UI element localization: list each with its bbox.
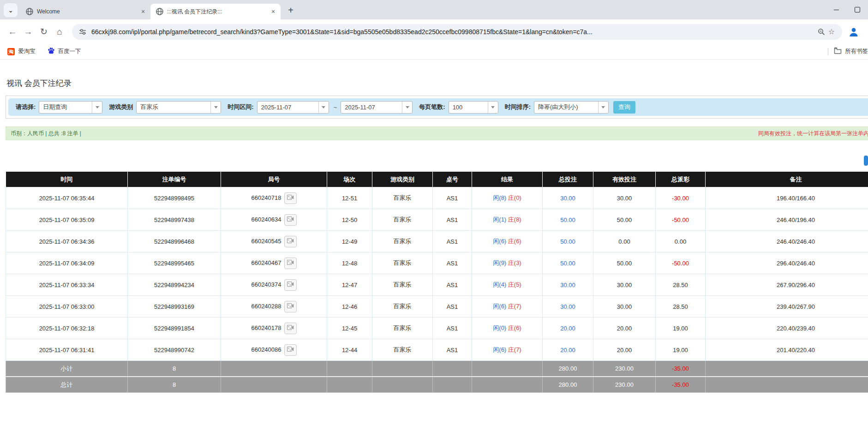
filter-panel: 请选择: 日期查询 游戏类别 百家乐 时间区间: 2025-11-07 ~ 20… [6,96,868,119]
browser-tab-betrecord[interactable]: :::视讯 会员下注纪录::: × [150,4,281,19]
profile-avatar[interactable] [847,25,861,39]
cell-valid-bet: 20.00 [593,318,656,339]
footer-count: 8 [128,377,221,393]
forward-button[interactable]: → [20,24,36,40]
result-player: 闲(6) [493,238,506,245]
column-header: 备注 [706,172,868,187]
close-icon[interactable]: × [139,8,147,15]
column-header: 场次 [327,172,372,187]
video-replay-icon[interactable] [284,214,297,226]
column-header: 游戏类别 [372,172,433,187]
result-banker: 庄(7) [508,303,521,310]
cell-result: 闲(8) 庄(0) [472,187,543,209]
maximize-button[interactable] [847,0,868,19]
total-bet-link[interactable]: 30.00 [560,282,575,288]
site-settings-icon[interactable] [78,27,88,37]
cell-table: AS1 [433,252,472,274]
scrollbar-thumb[interactable] [864,156,868,166]
cell-total-bet: 30.00 [543,296,593,318]
cell-remark: 201.40/220.40 [706,339,868,361]
total-bet-link[interactable]: 30.00 [560,195,575,202]
bookmark-baidu[interactable]: 百度一下 [48,47,81,56]
cell-table: AS1 [433,339,472,361]
maximize-icon [855,7,860,12]
total-bet-link[interactable]: 50.00 [560,216,575,223]
total-bet-link[interactable]: 20.00 [560,347,575,354]
cell-time: 2025-11-07 06:35:44 [6,187,128,209]
tab-search-button[interactable]: ⌄ [4,3,18,17]
column-header: 有效投注 [593,172,656,187]
cell-result: 闲(9) 庄(3) [472,252,543,274]
table-row: 2025-11-07 06:32:18522948991854660240178… [6,318,868,339]
back-button[interactable]: ← [5,24,20,40]
new-tab-button[interactable]: + [284,4,297,17]
bet-table-body: 2025-11-07 06:35:44522948998495660240718… [6,187,868,361]
sort-select[interactable]: 降幂(由大到小) [534,101,609,114]
query-type-select[interactable]: 日期查询 [39,101,102,114]
cell-payout: 28.50 [656,296,706,318]
cell-game: 百家乐 [372,209,433,231]
footer-payout: -35.00 [656,361,706,377]
video-replay-icon[interactable] [284,192,297,204]
total-bet-link[interactable]: 50.00 [560,238,575,245]
search-button[interactable]: 查询 [613,101,635,114]
zoom-icon[interactable] [816,27,826,37]
round-number: 660240288 [251,302,281,309]
bet-table-header-row: 时间注单编号局号场次游戏类别桌号结果总投注有效投注总派彩备注 [6,172,868,187]
cell-bet-id: 522948996468 [128,231,221,252]
home-button[interactable]: ⌂ [52,24,67,40]
result-player: 闲(6) [493,303,506,310]
total-bet-link[interactable]: 30.00 [560,303,575,310]
browser-tab-welcome[interactable]: Welcome × [20,4,150,19]
video-replay-icon[interactable] [284,279,297,291]
filter-label-page-size: 每页笔数: [419,103,445,111]
page-size-select[interactable]: 100 [449,101,498,114]
video-replay-icon[interactable] [284,258,297,269]
window-controls [826,0,868,19]
column-header: 注单编号 [128,172,221,187]
video-replay-icon[interactable] [284,344,297,356]
total-bet-link[interactable]: 20.00 [560,325,575,332]
tab-title: Welcome [37,8,139,15]
total-bet-link[interactable]: 50.00 [560,260,575,267]
filter-label-date-range: 时间区间: [227,103,253,111]
globe-icon [156,8,163,15]
cell-game: 百家乐 [372,252,433,274]
bookmark-aitaobao[interactable]: 淘 爱淘宝 [7,48,36,55]
date-from-select[interactable]: 2025-11-07 [257,101,329,114]
table-row: 2025-11-07 06:34:36522948996468660240545… [6,231,868,252]
date-to-select[interactable]: 2025-11-07 [341,101,413,114]
column-header: 总投注 [543,172,593,187]
cell-remark: 296.40/246.40 [706,252,868,274]
cell-total-bet: 30.00 [543,187,593,209]
column-header: 总派彩 [656,172,706,187]
round-number: 660240718 [251,194,281,201]
round-number: 660240086 [251,346,281,353]
reload-button[interactable]: ↻ [36,24,52,40]
close-icon[interactable]: × [269,8,277,15]
video-replay-icon[interactable] [284,236,297,247]
select-value: 2025-11-07 [341,104,402,111]
round-number: 660240374 [251,281,281,288]
video-replay-icon[interactable] [284,301,297,312]
chevron-down-icon [488,102,498,113]
url-text[interactable]: 66cxkj98.com/ipl/portal.php/game/betreco… [91,28,813,36]
summary-bar: 币别：人民币 | 总共 :8 注单 | 同局有效投注，统一计算在该局第一张注单内 [6,126,868,140]
video-replay-icon[interactable] [284,323,297,334]
bookmark-star-icon[interactable]: ☆ [826,27,837,37]
payout-value: 28.50 [673,303,688,310]
select-value: 2025-11-07 [257,104,318,111]
column-header: 结果 [472,172,543,187]
footer-label: 总计 [6,377,128,393]
cell-payout: 19.00 [656,318,706,339]
cell-bet-id: 522948995465 [128,252,221,274]
column-header: 时间 [6,172,128,187]
url-bar[interactable]: 66cxkj98.com/ipl/portal.php/game/betreco… [72,24,842,40]
game-type-select[interactable]: 百家乐 [136,101,221,114]
cell-remark: 267.90/296.40 [706,274,868,296]
all-bookmarks[interactable]: 所有书签 [828,44,868,59]
minimize-button[interactable] [826,0,847,19]
cell-round: 660240086 [221,339,327,361]
result-player: 闲(6) [493,346,506,353]
cell-time: 2025-11-07 06:31:41 [6,339,128,361]
